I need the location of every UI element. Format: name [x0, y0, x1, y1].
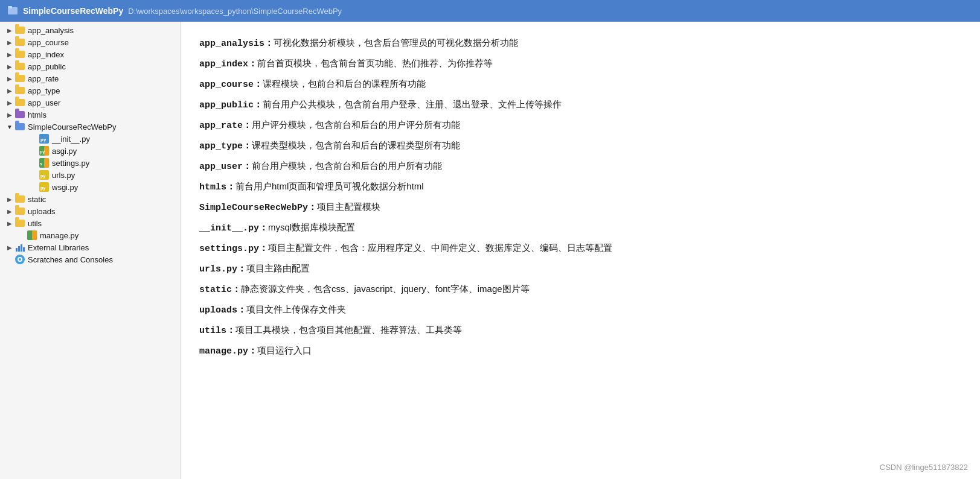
- sidebar-item-static[interactable]: ▶ static: [0, 193, 181, 205]
- svg-rect-15: [32, 230, 37, 240]
- py-file-icon: py: [39, 146, 50, 156]
- py-file-icon: py: [39, 170, 50, 180]
- sidebar-item-scratches[interactable]: ▶ Scratches and Consoles: [0, 253, 181, 265]
- content-line-app_index: app_index：前台首页模块，包含前台首页功能、热们推荐、为你推荐等: [199, 54, 962, 74]
- py-file-icon: py: [39, 182, 50, 192]
- sidebar-item-utils[interactable]: ▶ utils: [0, 217, 181, 229]
- folder-icon: [14, 86, 25, 95]
- svg-point-17: [19, 258, 21, 261]
- sidebar: ▶ app_analysis ▶ app_course ▶ app_index …: [0, 22, 181, 479]
- sidebar-item-init-py[interactable]: ▶ py __init__.py: [0, 133, 181, 145]
- sidebar-item-SimpleCourseRecWebPy[interactable]: ▼ SimpleCourseRecWebPy: [0, 121, 181, 133]
- sidebar-label: app_analysis: [28, 26, 74, 35]
- title-bar: SimpleCourseRecWebPy D:\workspaces\works…: [0, 0, 980, 22]
- sidebar-item-asgi-py[interactable]: ▶ py asgi.py: [0, 145, 181, 157]
- arrow-icon: ▶: [5, 51, 14, 58]
- arrow-icon: ▶: [5, 39, 14, 46]
- content-line-app_user: app_user：前台用户模块，包含前台和后台的用户所有功能: [199, 157, 962, 176]
- folder-purple-icon: [14, 110, 25, 119]
- arrow-icon: ▶: [5, 87, 14, 94]
- content-line-init: __init__.py：mysql数据库模块配置: [199, 218, 962, 238]
- svg-rect-5: [44, 146, 49, 156]
- sidebar-item-htmls[interactable]: ▶ htmls: [0, 109, 181, 121]
- arrow-icon: ▶: [5, 244, 14, 251]
- arrow-icon: ▶: [5, 220, 14, 227]
- sidebar-item-manage-py[interactable]: ▶ manage.py: [0, 229, 181, 241]
- sidebar-item-app_public[interactable]: ▶ app_public: [0, 60, 181, 72]
- sidebar-label: app_course: [28, 38, 69, 47]
- py-file-icon: py: [39, 134, 50, 144]
- svg-text:py: py: [40, 174, 45, 179]
- folder-icon: [14, 74, 25, 83]
- sidebar-label: htmls: [28, 110, 46, 119]
- folder-blue-icon: [14, 122, 25, 132]
- content-line-app_course: app_course：课程模块，包前台和后台的课程所有功能: [199, 75, 962, 94]
- arrow-icon: ▶: [5, 75, 14, 82]
- arrow-icon: ▶: [5, 208, 14, 215]
- sidebar-label: utils: [28, 219, 42, 228]
- folder-icon: [14, 25, 25, 35]
- sidebar-item-external-libraries[interactable]: ▶ External Libraries: [0, 241, 181, 253]
- main-content: ▶ app_analysis ▶ app_course ▶ app_index …: [0, 22, 980, 479]
- content-line-utils: utils：项目工具模块，包含项目其他配置、推荐算法、工具类等: [199, 321, 962, 340]
- svg-text:py: py: [40, 186, 45, 191]
- sidebar-item-app_type[interactable]: ▶ app_type: [0, 84, 181, 97]
- folder-icon: [14, 194, 25, 204]
- sidebar-label: static: [28, 195, 46, 204]
- sidebar-label: app_rate: [28, 74, 59, 83]
- sidebar-label: urls.py: [52, 171, 75, 180]
- content-line-static: static：静态资源文件夹，包含css、javascript、jquery、f…: [199, 280, 962, 299]
- svg-text:py: py: [40, 137, 46, 142]
- sidebar-item-wsgi-py[interactable]: ▶ py wsgi.py: [0, 181, 181, 193]
- watermark: CSDN @linge511873822: [880, 463, 968, 472]
- arrow-expanded-icon: ▼: [5, 124, 14, 130]
- content-line-simple: SimpleCourseRecWebPy：项目主配置模块: [199, 198, 962, 217]
- sidebar-label: manage.py: [40, 231, 78, 240]
- arrow-icon: ▶: [5, 63, 14, 70]
- folder-icon: [14, 206, 25, 216]
- sidebar-item-urls-py[interactable]: ▶ py urls.py: [0, 169, 181, 181]
- sidebar-label: wsgi.py: [52, 183, 78, 192]
- folder-icon: [14, 37, 25, 47]
- sidebar-label: uploads: [28, 207, 56, 216]
- svg-rect-8: [44, 158, 49, 168]
- sidebar-label: __init__.py: [52, 135, 90, 144]
- content-line-uploads: uploads：项目文件上传保存文件夹: [199, 300, 962, 320]
- project-folder-icon: [7, 5, 18, 17]
- sidebar-label: SimpleCourseRecWebPy: [28, 122, 116, 132]
- content-line-app_type: app_type：课程类型模块，包含前台和后台的课程类型所有功能: [199, 136, 962, 156]
- sidebar-label: External Libraries: [28, 243, 89, 252]
- scratch-icon: [14, 255, 25, 264]
- arrow-icon: ▶: [5, 112, 14, 118]
- content-line-urls: urls.py：项目主路由配置: [199, 259, 962, 279]
- folder-icon: [14, 62, 25, 71]
- sidebar-label: app_type: [28, 86, 60, 95]
- svg-text:s: s: [40, 162, 42, 166]
- sidebar-item-app_index[interactable]: ▶ app_index: [0, 48, 181, 60]
- arrow-icon: ▶: [5, 100, 14, 106]
- settings-file-icon: s: [39, 158, 50, 168]
- sidebar-item-app_user[interactable]: ▶ app_user: [0, 97, 181, 109]
- bar-chart-icon: [14, 243, 25, 252]
- arrow-icon: ▶: [5, 27, 14, 34]
- folder-icon: [14, 98, 25, 107]
- content-line-app_analysis: app_analysis：可视化数据分析模块，包含后台管理员的可视化数据分析功能: [199, 34, 962, 53]
- content-line-htmls: htmls：前台用户html页面和管理员可视化数据分析html: [199, 177, 962, 197]
- sidebar-item-app_course[interactable]: ▶ app_course: [0, 36, 181, 48]
- content-panel: app_analysis：可视化数据分析模块，包含后台管理员的可视化数据分析功能…: [181, 22, 980, 479]
- sidebar-item-app_analysis[interactable]: ▶ app_analysis: [0, 24, 181, 36]
- sidebar-item-uploads[interactable]: ▶ uploads: [0, 205, 181, 217]
- project-name: SimpleCourseRecWebPy: [23, 6, 123, 16]
- sidebar-label: app_index: [28, 50, 64, 59]
- content-line-manage: manage.py：项目运行入口: [199, 341, 962, 361]
- sidebar-label: app_user: [28, 98, 60, 107]
- sidebar-label: asgi.py: [52, 147, 77, 156]
- arrow-icon: ▶: [5, 196, 14, 203]
- content-line-settings: settings.py：项目主配置文件，包含：应用程序定义、中间件定义、数据库定…: [199, 239, 962, 258]
- sidebar-item-app_rate[interactable]: ▶ app_rate: [0, 72, 181, 84]
- sidebar-label: app_public: [28, 62, 66, 71]
- project-path: D:\workspaces\workspaces_python\SimpleCo…: [128, 7, 342, 16]
- sidebar-item-settings-py[interactable]: ▶ s settings.py: [0, 157, 181, 169]
- svg-text:py: py: [40, 150, 45, 154]
- svg-rect-1: [8, 6, 12, 8]
